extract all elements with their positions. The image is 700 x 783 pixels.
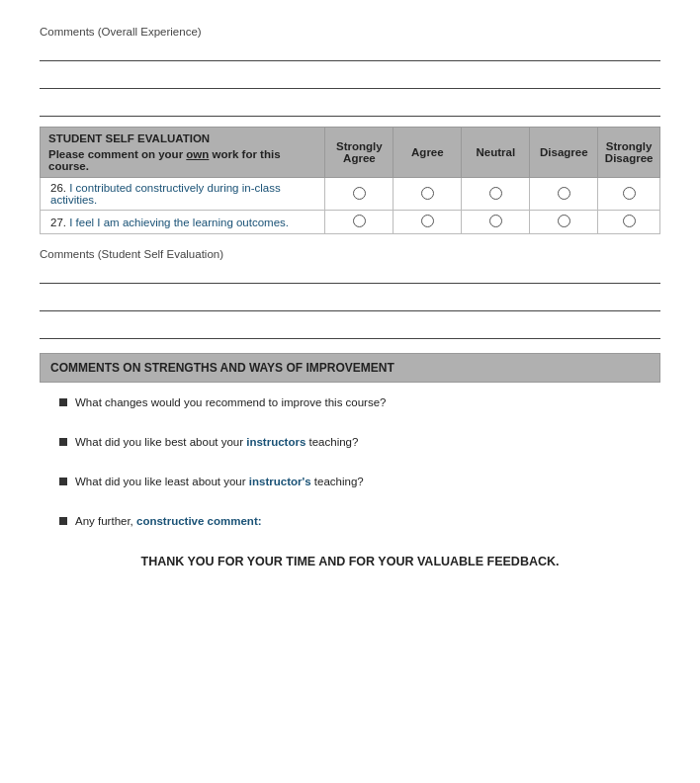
overall-comments-label: Comments (Overall Experience) — [40, 26, 660, 38]
q27-strongly-agree[interactable] — [325, 211, 394, 234]
radio-circle[interactable] — [421, 215, 434, 227]
self-eval-main-header: STUDENT SELF EVALUATION Please comment o… — [41, 128, 325, 178]
table-row: 26. I contributed constructively during … — [41, 178, 660, 211]
self-eval-comments-line-1[interactable] — [40, 266, 660, 284]
strengths-q2: What did you like best about your instru… — [75, 436, 358, 448]
question-27: 27. I feel I am achieving the learning o… — [41, 211, 325, 234]
bullet-icon — [59, 517, 67, 525]
col-neutral: Neutral — [462, 128, 530, 178]
q26-neutral[interactable] — [462, 178, 530, 211]
strengths-q1: What changes would you recommend to impr… — [75, 396, 387, 408]
thank-you-text: THANK YOU FOR YOUR TIME AND FOR YOUR VAL… — [40, 555, 660, 578]
radio-circle[interactable] — [623, 187, 636, 200]
self-eval-comments-label: Comments (Student Self Evaluation) — [40, 248, 660, 260]
overall-comments-line-1[interactable] — [40, 44, 660, 61]
col-strongly-disagree: StronglyDisagree — [598, 128, 660, 178]
q27-agree[interactable] — [394, 211, 462, 234]
bullet-icon — [59, 438, 67, 446]
list-item: What did you like best about your instru… — [40, 436, 660, 448]
col-strongly-agree: StronglyAgree — [325, 128, 394, 178]
list-item: What changes would you recommend to impr… — [40, 396, 660, 408]
radio-circle[interactable] — [558, 187, 570, 200]
question-26: 26. I contributed constructively during … — [41, 178, 325, 211]
radio-circle[interactable] — [558, 215, 570, 227]
radio-circle[interactable] — [353, 187, 366, 200]
q27-strongly-disagree[interactable] — [598, 211, 660, 234]
bullet-icon — [59, 398, 67, 406]
highlight-word: instructors — [246, 436, 306, 448]
strengths-q4: Any further, constructive comment: — [75, 515, 262, 527]
overall-comments-line-2[interactable] — [40, 71, 660, 89]
radio-circle[interactable] — [353, 215, 366, 227]
q26-agree[interactable] — [394, 178, 462, 211]
self-eval-table: STUDENT SELF EVALUATION Please comment o… — [40, 127, 660, 234]
table-row: 27. I feel I am achieving the learning o… — [41, 211, 660, 234]
highlight-word: constructive comment: — [136, 515, 262, 527]
list-item: Any further, constructive comment: — [40, 515, 660, 527]
q26-disagree[interactable] — [530, 178, 598, 211]
strengths-q3: What did you like least about your instr… — [75, 476, 364, 487]
overall-comments-line-3[interactable] — [40, 99, 660, 117]
col-disagree: Disagree — [530, 128, 598, 178]
self-eval-comments-line-2[interactable] — [40, 294, 660, 311]
col-agree: Agree — [394, 128, 462, 178]
q27-neutral[interactable] — [462, 211, 530, 234]
self-eval-comments-line-3[interactable] — [40, 321, 660, 339]
q26-strongly-agree[interactable] — [325, 178, 394, 211]
radio-circle[interactable] — [489, 187, 502, 200]
radio-circle[interactable] — [421, 187, 434, 200]
highlight-word: instructor's — [249, 476, 311, 487]
list-item: What did you like least about your instr… — [40, 476, 660, 487]
q26-strongly-disagree[interactable] — [598, 178, 660, 211]
bullet-icon — [59, 478, 67, 485]
q27-disagree[interactable] — [530, 211, 598, 234]
radio-circle[interactable] — [623, 215, 636, 227]
radio-circle[interactable] — [489, 215, 502, 227]
strengths-header: COMMENTS ON STRENGTHS AND WAYS OF IMPROV… — [40, 353, 660, 383]
